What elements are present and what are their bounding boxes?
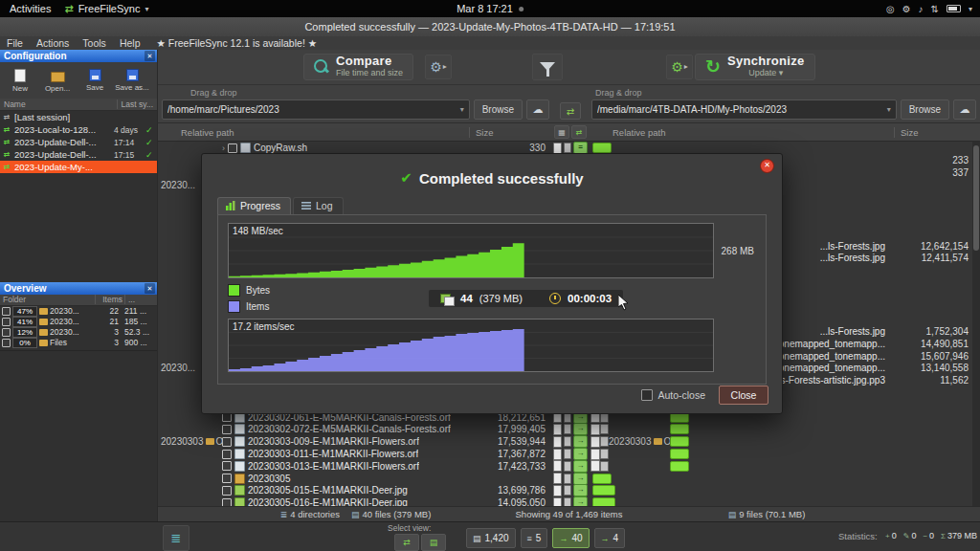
- checkbox-icon[interactable]: [228, 143, 237, 153]
- filter-settings-button[interactable]: [532, 54, 563, 80]
- view-categories-button[interactable]: ▤: [421, 534, 446, 551]
- chevron-down-icon[interactable]: ▾: [969, 5, 972, 13]
- overview-row[interactable]: 12%20230...352.3 ...: [0, 327, 157, 338]
- scrollbar-thumb[interactable]: [973, 145, 979, 251]
- checkbox-icon[interactable]: [222, 425, 232, 434]
- network-icon[interactable]: ⇅: [931, 4, 939, 14]
- synchronize-button[interactable]: ↻ Synchronize Update ▾: [695, 54, 815, 80]
- right-browse-button[interactable]: Browse: [901, 99, 949, 120]
- folder-pair-icon-button[interactable]: ▦: [554, 125, 569, 139]
- config-row[interactable]: ⇄[Last session]: [0, 111, 157, 123]
- configuration-toolbar: New Open... Save Save as...: [0, 62, 157, 99]
- file-row[interactable]: 20230303Orf20230303-009-E-M1MARKII-Flowe…: [158, 435, 980, 448]
- filter-icon: ▤: [473, 534, 481, 543]
- battery-icon[interactable]: [947, 5, 961, 12]
- config-row[interactable]: ⇄2023-Update-Dell-...17:14✓: [0, 136, 157, 148]
- left-browse-button[interactable]: Browse: [474, 99, 523, 120]
- right-column-relative-path[interactable]: Relative path: [588, 127, 894, 138]
- file-row[interactable]: 20230303-013-E-M1MARKII-Flowers.orf17,42…: [158, 460, 980, 473]
- vertical-scrollbar[interactable]: [972, 142, 980, 506]
- system-tray[interactable]: ◎ ⚙ ♪ ⇅ ▾: [886, 4, 972, 14]
- config-row[interactable]: ⇄2023-Local-to-128...4 days✓: [0, 123, 157, 136]
- sync-action-button[interactable]: →: [573, 423, 588, 435]
- right-cloud-button[interactable]: ☁: [953, 99, 976, 120]
- file-size: 14,490,851: [890, 339, 969, 349]
- dialog-close-icon[interactable]: ✕: [760, 159, 774, 173]
- overview-row[interactable]: 41%20230...21185 ...: [0, 317, 157, 327]
- clock[interactable]: Mar 8 17:21: [457, 3, 523, 14]
- open-config-button[interactable]: Open...: [40, 64, 75, 97]
- tab-log[interactable]: Log: [293, 197, 344, 214]
- save-config-button[interactable]: Save: [78, 64, 112, 97]
- file-row[interactable]: 20230303-011-E-M1MARKII-Flowers.orf17,36…: [158, 448, 980, 460]
- checkbox-icon[interactable]: [2, 318, 11, 326]
- file-row[interactable]: 20230305→: [158, 473, 980, 485]
- save-as-config-button[interactable]: Save as...: [115, 64, 149, 97]
- sync-action-button[interactable]: →: [573, 435, 588, 448]
- menu-actions[interactable]: Actions: [30, 37, 76, 49]
- view-filter-button[interactable]: →4: [594, 528, 626, 548]
- left-column-relative-path[interactable]: Relative path: [158, 127, 469, 138]
- accessibility-icon[interactable]: ◎: [886, 4, 895, 14]
- auto-close-checkbox[interactable]: Auto-close: [641, 389, 705, 401]
- overview-empty-area: [0, 350, 157, 522]
- dialog-close-button[interactable]: Close: [719, 386, 768, 405]
- tab-progress[interactable]: Progress: [217, 197, 291, 214]
- checkbox-icon[interactable]: [222, 498, 232, 506]
- update-notice-link[interactable]: ★ FreeFileSync 12.1 is available! ★: [156, 37, 317, 49]
- configuration-column-headers[interactable]: Name Last sy...: [0, 99, 157, 111]
- sync-action-button[interactable]: →: [573, 484, 588, 496]
- close-icon[interactable]: ✕: [145, 51, 155, 61]
- config-row[interactable]: ⇄2023-Update-My-...: [0, 161, 157, 173]
- app-menu[interactable]: ⇄ FreeFileSync ▾: [64, 3, 148, 15]
- menu-file[interactable]: File: [0, 37, 30, 49]
- volume-icon[interactable]: ♪: [919, 4, 924, 14]
- new-config-button[interactable]: New: [3, 64, 37, 97]
- left-column-size[interactable]: Size: [469, 127, 553, 138]
- sync-action-button[interactable]: →: [573, 496, 588, 506]
- config-row[interactable]: ⇄2023-Update-Dell-...17:15✓: [0, 148, 157, 161]
- checkbox-icon[interactable]: [2, 339, 11, 347]
- activities-button[interactable]: Activities: [10, 3, 51, 14]
- checkbox-icon[interactable]: [222, 474, 232, 483]
- right-files-count: 9 files (70.1 MB): [739, 509, 805, 519]
- sync-action-button[interactable]: →: [573, 448, 588, 460]
- comparison-settings-button[interactable]: ⚙▸: [425, 55, 452, 79]
- right-path-dropdown[interactable]: /media/marc/4TB-DATA-HD/My-Photos/2023 ▾: [591, 99, 897, 120]
- sync-settings-button[interactable]: ⚙▸: [666, 55, 693, 79]
- left-path-dropdown[interactable]: /home/marc/Pictures/2023 ▾: [162, 99, 470, 120]
- checkbox-icon[interactable]: [2, 328, 11, 337]
- view-filter-button[interactable]: ▤1,420: [466, 528, 516, 548]
- overview-row[interactable]: 47%20230...22211 ...: [0, 306, 157, 317]
- right-column-size[interactable]: Size: [894, 127, 980, 138]
- checkbox-icon[interactable]: [222, 450, 232, 459]
- file-row[interactable]: 20230305-016-E-M1MARKII-Deer.jpg14,095,0…: [158, 496, 980, 506]
- sync-action-button[interactable]: →: [573, 473, 588, 485]
- settings-icon[interactable]: ⚙: [902, 4, 911, 14]
- close-icon[interactable]: ✕: [145, 283, 155, 294]
- open-log-panel-button[interactable]: ≣: [163, 525, 189, 551]
- checkbox-icon[interactable]: [222, 461, 232, 471]
- expander-icon[interactable]: ›: [222, 143, 225, 153]
- menu-help[interactable]: Help: [113, 37, 147, 49]
- doc-icon: [600, 449, 609, 459]
- menu-tools[interactable]: Tools: [76, 37, 113, 49]
- swap-sides-button[interactable]: ⇄: [560, 102, 581, 120]
- window-title-bar[interactable]: Completed successfully — 2023-Update-My-…: [0, 17, 980, 37]
- view-filter-button[interactable]: →40: [552, 528, 589, 548]
- group-path: 20230303Orf: [161, 436, 222, 447]
- left-cloud-button[interactable]: ☁: [526, 99, 549, 120]
- overview-row[interactable]: 0%Files3900 ...: [0, 338, 157, 348]
- overview-column-headers[interactable]: Folder Items ...: [0, 295, 157, 306]
- progress-percent-badge: 12%: [12, 327, 37, 338]
- checkbox-icon[interactable]: [222, 437, 232, 447]
- sync-direction-header-button[interactable]: ⇄: [571, 125, 587, 139]
- file-row[interactable]: 20230305-015-E-M1MARKII-Deer.jpg13,699,7…: [158, 485, 980, 497]
- view-sync-actions-button[interactable]: ⇄: [394, 534, 419, 551]
- checkbox-icon[interactable]: [222, 486, 232, 496]
- view-filter-button[interactable]: ≡5: [521, 528, 548, 548]
- checkbox-icon[interactable]: [2, 307, 11, 316]
- file-row[interactable]: 20230302-072-E-M5MARKII-Canals-Forests.o…: [158, 424, 980, 436]
- sync-action-button[interactable]: →: [573, 460, 588, 473]
- compare-button[interactable]: Compare File time and size: [303, 54, 413, 80]
